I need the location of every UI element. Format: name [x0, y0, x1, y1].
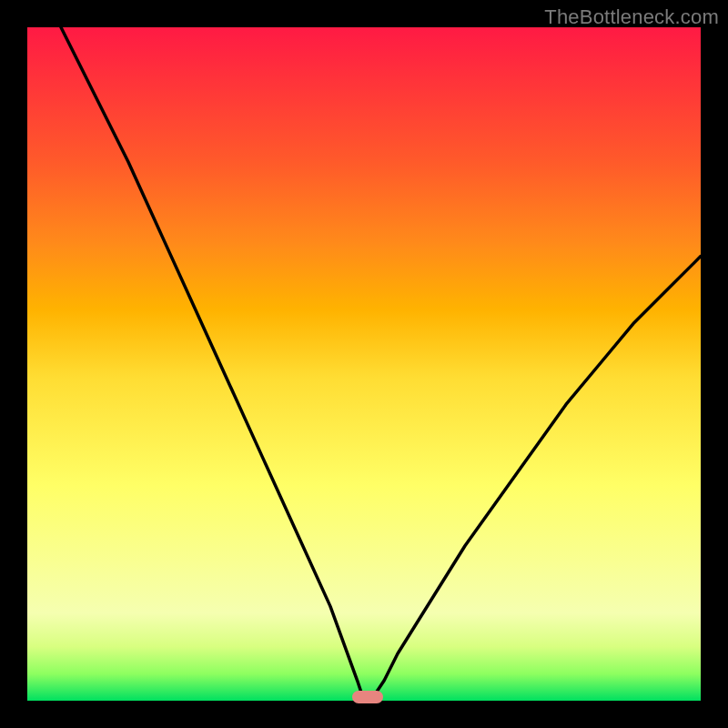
optimal-marker [352, 691, 383, 703]
chart-frame: TheBottleneck.com [0, 0, 728, 728]
watermark-text: TheBottleneck.com [544, 5, 719, 29]
plot-area [27, 27, 701, 701]
bottleneck-curve [27, 27, 701, 701]
